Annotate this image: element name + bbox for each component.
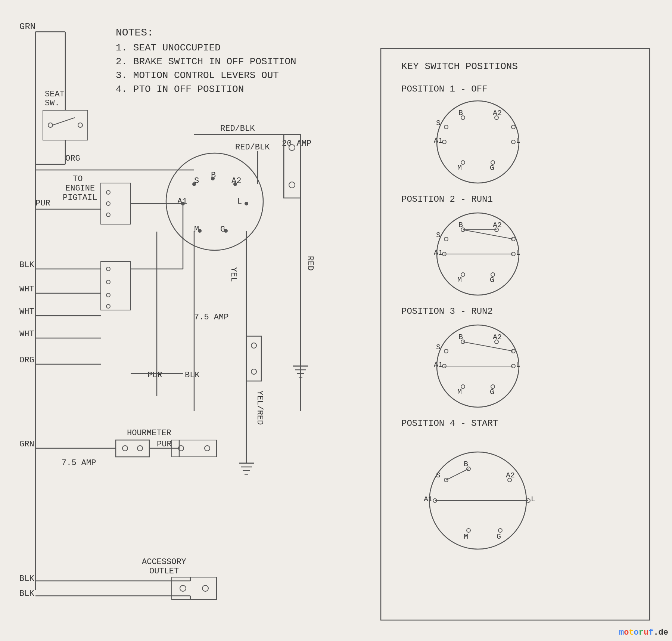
svg-text:L: L bbox=[531, 495, 535, 504]
note-2: 2. BRAKE SWITCH IN OFF POSITION bbox=[116, 56, 296, 67]
svg-text:A2: A2 bbox=[493, 221, 502, 229]
svg-text:A1: A1 bbox=[434, 360, 443, 369]
position4-label: POSITION 4 - START bbox=[401, 418, 498, 428]
svg-text:M: M bbox=[457, 164, 462, 172]
svg-point-25 bbox=[245, 202, 248, 205]
svg-text:L: L bbox=[237, 197, 242, 206]
svg-text:S: S bbox=[436, 231, 441, 239]
svg-text:G: G bbox=[490, 276, 494, 284]
svg-text:S: S bbox=[436, 343, 441, 352]
wiring-diagram: NOTES: 1. SEAT UNOCCUPIED 2. BRAKE SWITC… bbox=[0, 0, 672, 641]
svg-text:A1: A1 bbox=[424, 495, 433, 504]
position3-label: POSITION 3 - RUN2 bbox=[401, 306, 493, 316]
svg-text:PIGTAIL: PIGTAIL bbox=[63, 193, 97, 202]
svg-text:M: M bbox=[194, 225, 199, 234]
svg-text:SW.: SW. bbox=[45, 99, 60, 108]
blk-mid-label: BLK bbox=[185, 371, 200, 380]
seat-sw-label: SEAT bbox=[45, 90, 65, 99]
svg-text:B: B bbox=[458, 109, 463, 117]
svg-text:A2: A2 bbox=[493, 109, 502, 117]
blk3-label: BLK bbox=[19, 589, 34, 598]
svg-text:B: B bbox=[464, 460, 468, 468]
svg-text:M: M bbox=[457, 388, 462, 396]
pur-mid-label: PUR bbox=[147, 371, 162, 380]
note-3: 3. MOTION CONTROL LEVERS OUT bbox=[116, 70, 279, 81]
svg-text:A1: A1 bbox=[434, 136, 443, 145]
svg-text:L: L bbox=[516, 248, 520, 257]
svg-text:A2: A2 bbox=[493, 333, 502, 341]
svg-point-22 bbox=[211, 177, 215, 180]
svg-text:A1: A1 bbox=[434, 248, 443, 257]
red-blk-mid-label: RED/BLK bbox=[235, 143, 270, 152]
svg-text:G: G bbox=[490, 388, 494, 396]
org-label: ORG bbox=[65, 154, 80, 163]
pur-left-label: PUR bbox=[35, 199, 50, 208]
svg-text:S: S bbox=[436, 119, 441, 127]
position1-label: POSITION 1 - OFF bbox=[401, 84, 487, 94]
wht2-label: WHT bbox=[19, 307, 34, 316]
blk2-label: BLK bbox=[19, 574, 34, 583]
amp75-top-label: 7.5 AMP bbox=[194, 313, 228, 322]
key-switch-title: KEY SWITCH POSITIONS bbox=[401, 61, 518, 72]
yel-label: YEL bbox=[229, 267, 238, 282]
blk1-label: BLK bbox=[19, 260, 34, 270]
svg-text:A2: A2 bbox=[506, 471, 515, 480]
position2-label: POSITION 2 - RUN1 bbox=[401, 194, 493, 204]
grn-bot-label: GRN bbox=[19, 440, 34, 449]
svg-text:S: S bbox=[436, 471, 441, 480]
svg-text:G: G bbox=[497, 532, 501, 541]
svg-point-23 bbox=[233, 182, 237, 186]
note-1: 1. SEAT UNOCCUPIED bbox=[116, 42, 221, 53]
svg-text:ENGINE: ENGINE bbox=[65, 184, 95, 193]
amp20-label: 20 AMP bbox=[282, 139, 311, 148]
svg-text:B: B bbox=[458, 221, 463, 229]
svg-text:G: G bbox=[490, 164, 494, 172]
red-label: RED bbox=[305, 256, 315, 271]
grn-top-label: GRN bbox=[19, 22, 35, 32]
svg-text:L: L bbox=[516, 136, 520, 145]
svg-text:M: M bbox=[464, 532, 468, 541]
svg-text:OUTLET: OUTLET bbox=[149, 567, 179, 576]
notes-header: NOTES: bbox=[116, 27, 153, 38]
accessory-outlet-label: ACCESSORY bbox=[142, 557, 186, 567]
svg-point-21 bbox=[192, 182, 196, 186]
svg-text:G: G bbox=[220, 225, 225, 234]
svg-point-26 bbox=[198, 229, 202, 233]
hourmeter-label: HOURMETER bbox=[127, 428, 171, 438]
main-container: NOTES: 1. SEAT UNOCCUPIED 2. BRAKE SWITC… bbox=[0, 0, 672, 641]
site-logo: motoruf.de bbox=[619, 628, 668, 637]
pur-bot-label: PUR bbox=[157, 440, 172, 449]
amp75-bot-label: 7.5 AMP bbox=[62, 458, 96, 468]
org-left-label: ORG bbox=[19, 356, 34, 365]
svg-text:M: M bbox=[457, 276, 462, 284]
red-blk-top-label: RED/BLK bbox=[220, 124, 255, 133]
yel-red-label: YEL/RED bbox=[255, 390, 264, 425]
wht1-label: WHT bbox=[19, 285, 34, 294]
svg-text:TO: TO bbox=[73, 174, 83, 184]
wht3-label: WHT bbox=[19, 329, 34, 339]
note-4: 4. PTO IN OFF POSITION bbox=[116, 84, 244, 95]
svg-text:B: B bbox=[458, 333, 463, 341]
svg-rect-0 bbox=[0, 0, 672, 641]
svg-text:L: L bbox=[516, 360, 520, 369]
svg-point-27 bbox=[224, 229, 228, 233]
